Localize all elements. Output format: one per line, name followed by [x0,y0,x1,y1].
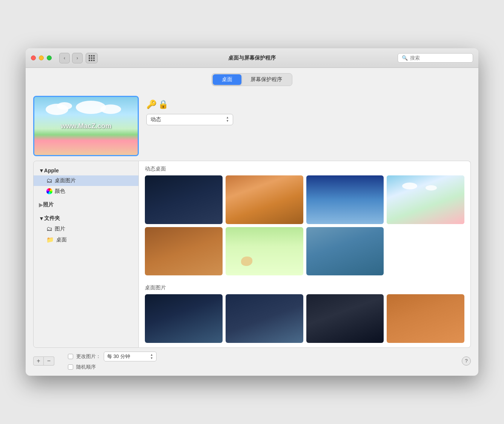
nav-buttons: ‹ › [59,53,83,63]
dynamic-wallpaper-grid [139,175,470,280]
add-remove-buttons: + − [33,356,54,366]
folders-label: 文件夹 [44,215,60,222]
bottom-section: ▼ Apple 🗂 桌面图片 颜色 [33,161,471,348]
wallpaper-thumb-coast[interactable] [306,227,384,276]
preview-controls: 🔑 🔒 动态 ▲ ▼ [146,96,233,125]
traffic-lights [31,55,52,60]
colors-label: 颜色 [55,188,65,195]
section-title-dynamic: 动态桌面 [139,161,470,175]
preview-scene: www.MacZ.com [34,97,138,155]
search-box[interactable]: 🔍 [398,53,473,63]
close-button[interactable] [31,55,36,60]
wallpaper-thumb-monterey-blue[interactable] [306,175,384,224]
chevron-right-icon: ▶ [39,202,43,208]
arrow-icons: 🔑 🔒 [146,100,233,109]
tabs-bar: 桌面 屏幕保护程序 [26,68,478,90]
search-icon: 🔍 [402,55,408,61]
color-wheel-icon [46,188,52,194]
sidebar: ▼ Apple 🗂 桌面图片 颜色 [33,161,139,348]
tab-group: 桌面 屏幕保护程序 [212,73,292,86]
maximize-button[interactable] [47,55,52,60]
search-input[interactable] [410,55,469,61]
minimize-button[interactable] [39,55,44,60]
wallpaper-thumb-cartoon[interactable] [226,227,303,276]
tab-screensaver[interactable]: 屏幕保护程序 [241,74,291,85]
window-title: 桌面与屏幕保护程序 [228,55,276,61]
sidebar-group-folders: ▼ 文件夹 🗂 图片 📁 桌面 [34,212,138,247]
random-order-checkbox[interactable] [68,364,73,370]
tab-desktop[interactable]: 桌面 [213,74,241,85]
pictures-folder-icon: 🗂 [46,226,52,232]
desktop-pictures-label: 桌面图片 [55,177,76,184]
wallpaper-thumb-catalina-night[interactable] [145,175,223,224]
random-order-row: 随机顺序 [68,364,157,370]
apps-grid-button[interactable] [86,53,98,63]
sidebar-item-desktop-pictures[interactable]: 🗂 桌面图片 [34,175,138,186]
wallpaper-thumb-dp3[interactable] [306,294,384,343]
sidebar-group-photos: ▶ 照片 [34,198,138,212]
footer: + − 更改图片： 每 30 分钟 ▲▼ 随机顺序 ? [26,348,478,376]
wallpaper-thumb-canyon[interactable] [145,227,223,276]
pictures-label: 图片 [55,226,65,232]
main-window: ‹ › 桌面与屏幕保护程序 🔍 桌面 屏幕保护程序 [26,48,478,376]
change-picture-checkbox[interactable] [68,354,73,359]
section-title-desktop-pictures: 桌面图片 [139,280,470,294]
left-arrow-icon: 🔑 [146,100,157,109]
appearance-dropdown[interactable]: 动态 ▲ ▼ [146,114,233,125]
back-button[interactable]: ‹ [59,53,70,63]
stepper-icon: ▲ ▼ [226,116,229,123]
main-content: www.MacZ.com 🔑 🔒 动态 ▲ ▼ [26,90,478,348]
sidebar-item-photos[interactable]: ▶ 照片 [34,200,138,210]
desktop-folder-icon: 📁 [46,236,54,243]
grid-dots-icon [89,55,95,61]
folder-icon: 🗂 [46,177,52,184]
footer-options: 更改图片： 每 30 分钟 ▲▼ 随机顺序 [68,352,157,370]
desktop-folder-label: 桌面 [56,237,67,243]
change-picture-row: 更改图片： 每 30 分钟 ▲▼ [68,352,157,361]
add-button[interactable]: + [33,356,44,366]
wallpaper-thumb-desert[interactable] [226,175,303,224]
desktop-pictures-grid [139,294,470,347]
change-picture-label: 更改图片： [76,353,101,360]
apple-label: Apple [44,167,59,174]
titlebar: ‹ › 桌面与屏幕保护程序 🔍 [26,48,478,68]
wallpaper-thumb-dp4[interactable] [387,294,464,343]
preview-section: www.MacZ.com 🔑 🔒 动态 ▲ ▼ [33,96,471,156]
photos-label: 照片 [43,201,54,208]
wallpaper-thumb-dp1[interactable] [145,294,223,343]
interval-value: 每 30 分钟 [107,353,130,360]
preview-thumbnail: www.MacZ.com [33,96,139,156]
help-button[interactable]: ? [462,356,471,366]
watermark: www.MacZ.com [61,122,111,130]
forward-button[interactable]: › [72,53,83,63]
interval-dropdown[interactable]: 每 30 分钟 ▲▼ [104,352,157,361]
sidebar-item-folders[interactable]: ▼ 文件夹 [34,213,138,224]
sidebar-item-pictures[interactable]: 🗂 图片 [34,224,138,234]
sidebar-item-apple[interactable]: ▼ Apple [34,166,138,175]
chevron-down-icon: ▼ [39,167,44,174]
random-order-label: 随机顺序 [76,364,96,370]
wallpaper-thumb-dp2[interactable] [226,294,303,343]
sidebar-group-apple: ▼ Apple 🗂 桌面图片 颜色 [34,164,138,198]
sidebar-item-colors[interactable]: 颜色 [34,186,138,197]
sidebar-item-desktop-folder[interactable]: 📁 桌面 [34,234,138,245]
dropdown-value: 动态 [151,116,224,123]
chevron-down-icon-folders: ▼ [39,215,44,221]
right-arrow-icon: 🔒 [158,100,168,109]
grid-panel: 动态桌面 [139,161,471,348]
wallpaper-thumb-anime-sky[interactable] [387,175,464,224]
remove-button[interactable]: − [44,356,54,366]
